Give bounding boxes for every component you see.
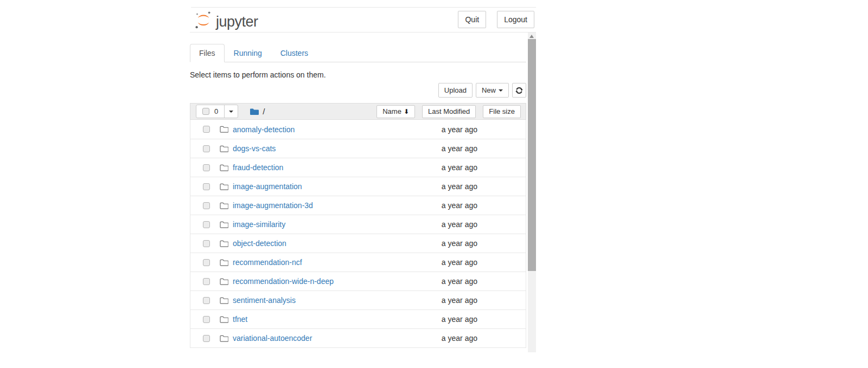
- file-row: sentiment-analysis a year ago: [190, 290, 526, 309]
- folder-outline-icon: [220, 164, 228, 171]
- file-row: object-detection a year ago: [190, 234, 526, 253]
- folder-outline-icon: [220, 183, 228, 190]
- sort-buttons: Name ⬇ Last Modified File size: [376, 105, 521, 118]
- file-row: recommendation-ncf a year ago: [190, 253, 526, 272]
- last-modified-text: a year ago: [442, 182, 477, 191]
- sort-name-label: Name: [382, 107, 401, 115]
- file-list: 0 / Name: [190, 103, 526, 348]
- site-header: jupyter Quit Logout: [190, 7, 536, 33]
- upload-button[interactable]: Upload: [438, 83, 473, 98]
- last-modified-text: a year ago: [442, 315, 477, 324]
- file-link[interactable]: recommendation-wide-n-deep: [233, 277, 334, 286]
- file-row: image-augmentation a year ago: [190, 177, 526, 196]
- file-link[interactable]: object-detection: [233, 239, 286, 248]
- select-dropdown-toggle[interactable]: [224, 105, 238, 118]
- last-modified-text: a year ago: [442, 125, 477, 134]
- file-link[interactable]: anomaly-detection: [233, 125, 295, 134]
- new-label: New: [482, 86, 496, 94]
- file-link[interactable]: image-augmentation-3d: [233, 201, 313, 210]
- file-row: recommendation-wide-n-deep a year ago: [190, 272, 526, 290]
- scroll-up-arrow-icon[interactable]: [529, 35, 534, 38]
- row-checkbox[interactable]: [203, 316, 210, 323]
- tab-running[interactable]: Running: [225, 44, 271, 62]
- file-link[interactable]: dogs-vs-cats: [233, 144, 276, 153]
- select-all-button[interactable]: 0: [196, 105, 224, 118]
- file-link[interactable]: recommendation-ncf: [233, 258, 302, 267]
- folder-outline-icon: [220, 202, 228, 209]
- last-modified-text: a year ago: [442, 239, 477, 248]
- folder-outline-icon: [220, 297, 228, 304]
- file-link[interactable]: tfnet: [233, 315, 247, 324]
- row-checkbox[interactable]: [203, 297, 210, 304]
- quit-button[interactable]: Quit: [458, 11, 486, 28]
- folder-outline-icon: [220, 278, 228, 285]
- last-modified-text: a year ago: [442, 163, 477, 172]
- caret-down-icon: [499, 89, 503, 92]
- last-modified-text: a year ago: [442, 220, 477, 229]
- row-checkbox[interactable]: [203, 183, 210, 190]
- row-checkbox[interactable]: [203, 202, 210, 209]
- upload-label: Upload: [444, 86, 467, 94]
- file-row: image-augmentation-3d a year ago: [190, 196, 526, 215]
- row-checkbox[interactable]: [203, 145, 210, 152]
- vertical-scrollbar[interactable]: [528, 33, 536, 352]
- breadcrumb-root-link[interactable]: /: [263, 107, 265, 116]
- breadcrumb: /: [250, 107, 265, 116]
- file-row: dogs-vs-cats a year ago: [190, 139, 526, 158]
- sort-by-name-button[interactable]: Name ⬇: [376, 105, 415, 118]
- file-row: anomaly-detection a year ago: [190, 120, 526, 139]
- folder-icon: [250, 108, 259, 115]
- selected-count: 0: [214, 107, 218, 115]
- file-link[interactable]: fraud-detection: [233, 163, 283, 172]
- tab-bar: Files Running Clusters: [190, 44, 526, 62]
- last-modified-text: a year ago: [442, 144, 477, 153]
- last-modified-text: a year ago: [442, 277, 477, 286]
- new-dropdown-button[interactable]: New: [476, 83, 509, 98]
- logo-text: jupyter: [216, 14, 258, 30]
- folder-outline-icon: [220, 126, 228, 133]
- row-checkbox[interactable]: [203, 164, 210, 171]
- file-list-rows: anomaly-detection a year ago dogs-vs-cat…: [190, 120, 526, 348]
- last-modified-text: a year ago: [442, 334, 477, 343]
- file-link[interactable]: sentiment-analysis: [233, 296, 296, 305]
- file-list-header: 0 / Name: [190, 103, 526, 120]
- sort-by-last-modified-button[interactable]: Last Modified: [422, 105, 476, 118]
- last-modified-text: a year ago: [442, 296, 477, 305]
- caret-down-icon: [229, 111, 233, 113]
- file-link[interactable]: image-augmentation: [233, 182, 302, 191]
- folder-outline-icon: [220, 316, 228, 323]
- header-buttons: Quit Logout: [458, 11, 534, 28]
- row-checkbox[interactable]: [203, 221, 210, 228]
- action-toolbar: Upload New: [190, 83, 526, 98]
- folder-outline-icon: [220, 221, 228, 228]
- row-checkbox[interactable]: [203, 278, 210, 285]
- jupyter-logo-icon: [194, 10, 213, 32]
- row-checkbox[interactable]: [203, 259, 210, 266]
- select-items-message: Select items to perform actions on them.: [190, 70, 526, 79]
- row-checkbox[interactable]: [203, 335, 210, 342]
- file-row: tfnet a year ago: [190, 309, 526, 328]
- folder-outline-icon: [220, 240, 228, 247]
- logout-button[interactable]: Logout: [497, 11, 534, 28]
- page-content: Files Running Clusters Select items to p…: [190, 33, 526, 348]
- row-checkbox[interactable]: [203, 126, 210, 133]
- jupyter-logo[interactable]: jupyter: [194, 10, 258, 32]
- file-row: variational-autoencoder a year ago: [190, 328, 526, 347]
- file-row: image-similarity a year ago: [190, 215, 526, 234]
- folder-outline-icon: [220, 259, 228, 266]
- sort-by-file-size-button[interactable]: File size: [483, 105, 521, 118]
- tab-clusters[interactable]: Clusters: [271, 44, 317, 62]
- last-modified-text: a year ago: [442, 258, 477, 267]
- arrow-down-icon: ⬇: [404, 108, 409, 115]
- jupyter-file-browser: jupyter Quit Logout Files Running Cluste…: [190, 0, 536, 368]
- refresh-button[interactable]: [512, 83, 526, 98]
- select-all-checkbox[interactable]: [202, 108, 209, 115]
- last-modified-text: a year ago: [442, 201, 477, 210]
- select-all-group: 0: [196, 105, 238, 118]
- folder-outline-icon: [220, 145, 228, 152]
- file-link[interactable]: variational-autoencoder: [233, 334, 312, 343]
- row-checkbox[interactable]: [203, 240, 210, 247]
- file-link[interactable]: image-similarity: [233, 220, 285, 229]
- tab-files[interactable]: Files: [190, 44, 225, 62]
- scrollbar-thumb[interactable]: [528, 39, 536, 271]
